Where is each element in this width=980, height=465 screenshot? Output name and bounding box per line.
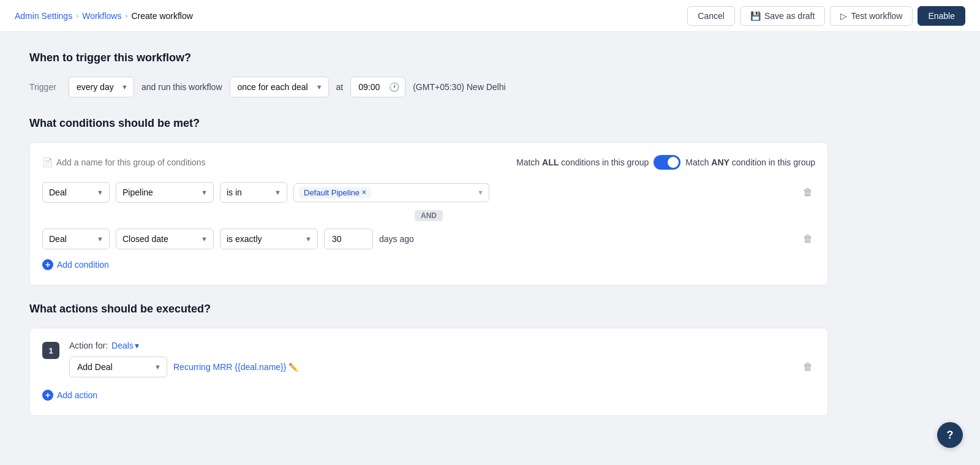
cond2-entity-select[interactable]: Deal [42,229,110,249]
cond1-field-select[interactable]: Pipeline [116,182,214,203]
save-draft-button[interactable]: 💾 Save as draft [740,6,826,26]
conditions-card: 📄 Match ALL conditions in this group Mat… [29,142,828,285]
action-row-1: 1 Action for: Deals ▾ Add Deal ▼ [42,341,815,377]
condition-name-input[interactable] [56,157,216,167]
timezone-label: (GMT+05:30) New Delhi [413,82,505,92]
run-select[interactable]: once for each deal [230,77,329,97]
breadcrumb-admin[interactable]: Admin Settings [15,11,72,21]
action-for-label: Action for: [69,341,108,350]
actions-section-title: What actions should be executed? [29,303,828,316]
action-type-select[interactable]: Add Deal [69,357,167,377]
play-icon: ▷ [840,11,847,21]
cond1-operator-wrapper: is in ▼ [220,182,287,203]
cancel-button[interactable]: Cancel [687,6,735,26]
doc-icon: 📄 [42,157,53,167]
cond2-delete-button[interactable]: 🗑 [801,231,815,247]
topnav-actions: Cancel 💾 Save as draft ▷ Test workflow E… [687,6,965,26]
cond1-operator-select[interactable]: is in [220,182,287,203]
time-input-wrapper: 🕐 [350,77,405,97]
main-content: When to trigger this workflow? Trigger e… [0,32,858,436]
match-toggle[interactable] [654,155,680,170]
cond2-field-wrapper: Closed date ▼ [116,229,214,249]
run-select-wrapper: once for each deal ▼ [230,77,329,97]
add-action-button[interactable]: + Add action [42,387,97,403]
actions-card: 1 Action for: Deals ▾ Add Deal ▼ [29,328,828,416]
trigger-select[interactable]: every day [69,77,134,97]
trigger-section-title: When to trigger this workflow? [29,51,828,64]
cond2-days-label: days ago [379,234,414,244]
cond1-multiselect-arrow: ▼ [477,189,484,196]
action-type-wrapper: Add Deal ▼ [69,357,167,377]
breadcrumb-workflows[interactable]: Workflows [82,11,121,21]
cond1-delete-button[interactable]: 🗑 [801,184,815,200]
trigger-row: Trigger every day ▼ and run this workflo… [29,77,828,97]
condition-name-area: 📄 [42,157,216,167]
and-badge: AND [415,210,443,221]
condition-row-1: Deal ▼ Pipeline ▼ is in ▼ Default Pipeli… [42,182,815,203]
cond2-operator-wrapper: is exactly ▼ [220,229,318,249]
add-condition-plus-icon: + [42,259,53,270]
action-input-row: Add Deal ▼ Recurring MRR {{deal.name}} ✏… [69,357,815,377]
action-content: Action for: Deals ▾ Add Deal ▼ Recurrin [69,341,815,377]
action-delete-button[interactable]: 🗑 [801,359,815,375]
cond1-value-multiselect[interactable]: Default Pipeline × ▼ [293,183,489,202]
cond1-tag: Default Pipeline × [299,187,371,198]
topnav: Admin Settings › Workflows › Create work… [0,0,980,32]
breadcrumb: Admin Settings › Workflows › Create work… [15,11,193,21]
toggle-slider [654,155,680,170]
action-for-row: Action for: Deals ▾ [69,341,815,350]
action-value-link[interactable]: Recurring MRR {{deal.name}} ✏️ [173,362,298,372]
breadcrumb-sep-2: › [125,12,127,20]
match-any-label: Match ANY condition in this group [685,157,815,167]
condition-row-2: Deal ▼ Closed date ▼ is exactly ▼ days a… [42,229,815,249]
breadcrumb-current: Create workflow [131,11,192,21]
conditions-section-title: What conditions should be met? [29,117,828,130]
trigger-select-wrapper: every day ▼ [69,77,134,97]
action-for-chevron: ▾ [135,341,139,350]
add-condition-button[interactable]: + Add condition [42,257,109,273]
cond2-operator-select[interactable]: is exactly [220,229,318,249]
action-number: 1 [42,342,59,359]
match-toggle-group: Match ALL conditions in this group Match… [516,155,815,170]
cond1-entity-wrapper: Deal ▼ [42,182,110,203]
run-label: and run this workflow [141,82,222,92]
cond1-field-wrapper: Pipeline ▼ [116,182,214,203]
and-divider: AND [42,210,815,221]
save-draft-icon: 💾 [750,11,761,21]
trigger-label: Trigger [29,82,61,92]
condition-header: 📄 Match ALL conditions in this group Mat… [42,155,815,170]
cond1-tag-remove[interactable]: × [362,188,366,197]
action-for-link[interactable]: Deals ▾ [111,341,139,350]
edit-icon: ✏️ [288,363,298,372]
enable-button[interactable]: Enable [918,6,965,26]
cond2-entity-wrapper: Deal ▼ [42,229,110,249]
at-label: at [336,82,344,92]
cond2-number-input[interactable] [324,229,373,249]
clock-icon: 🕐 [389,82,399,92]
add-action-plus-icon: + [42,390,53,401]
breadcrumb-sep-1: › [76,12,78,20]
help-button[interactable]: ? [937,422,963,448]
cond2-field-select[interactable]: Closed date [116,229,214,249]
test-workflow-button[interactable]: ▷ Test workflow [830,6,913,26]
add-condition-label: Add condition [57,260,109,270]
add-action-label: Add action [57,390,97,400]
cond1-entity-select[interactable]: Deal [42,182,110,203]
match-all-label: Match ALL conditions in this group [516,157,649,167]
